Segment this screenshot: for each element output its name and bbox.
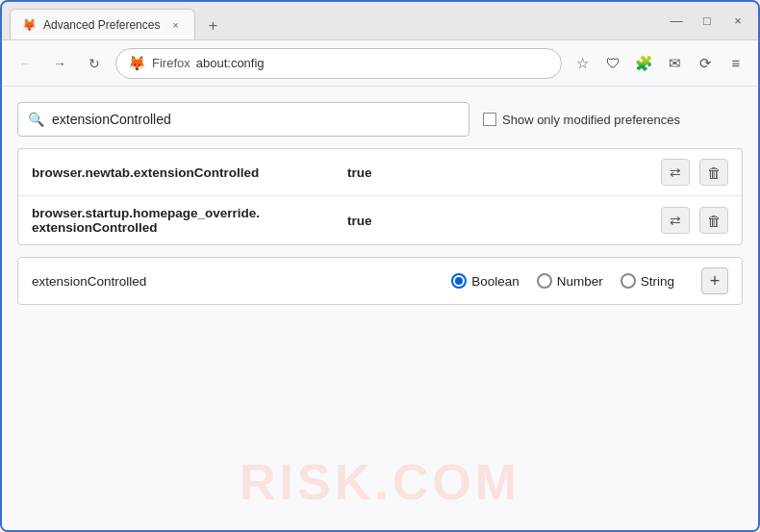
minimize-button[interactable]: — [664,9,689,34]
show-modified-label: Show only modified preferences [502,113,680,127]
new-tab-button[interactable]: + [199,13,226,39]
pref-value-1: true [347,165,372,180]
browser-window: 🦊 Advanced Preferences × + — □ × ← → ↻ 🦊… [0,0,760,532]
number-radio[interactable]: Number [537,273,603,289]
new-pref-name: extensionControlled [32,274,205,289]
maximize-button[interactable]: □ [695,9,720,34]
row-2-actions: ⇄ 🗑 [661,207,728,234]
tab-title: Advanced Preferences [43,18,160,32]
menu-button[interactable]: ≡ [723,51,748,76]
search-icon: 🔍 [28,112,44,127]
content-area: RISK.COM 🔍 extensionControlled Show only… [2,87,758,530]
search-input[interactable]: extensionControlled [52,112,459,127]
search-box[interactable]: 🔍 extensionControlled [17,102,469,137]
results-table: browser.newtab.extensionControlled true … [17,148,743,245]
add-preference-button[interactable]: + [701,267,728,294]
address-bar[interactable]: 🦊 Firefox about:config [115,48,562,79]
string-radio[interactable]: String [621,273,674,289]
boolean-radio-circle[interactable] [451,273,467,289]
table-row: browser.startup.homepage_override. exten… [18,196,742,244]
pref-name-2: browser.startup.homepage_override. exten… [32,206,340,235]
show-modified-checkbox-area[interactable]: Show only modified preferences [483,113,680,127]
string-radio-circle[interactable] [621,273,636,289]
browser-name-label: Firefox [152,56,190,70]
reload-button[interactable]: ↻ [81,50,108,77]
shield-icon[interactable]: 🛡 [600,51,625,76]
show-modified-checkbox[interactable] [483,113,496,126]
tab-favicon: 🦊 [22,18,36,32]
active-tab[interactable]: 🦊 Advanced Preferences × [10,9,195,39]
boolean-label: Boolean [471,274,519,289]
close-button[interactable]: × [725,9,750,34]
url-display: about:config [196,56,549,70]
extension-icon[interactable]: 🧩 [631,51,656,76]
forward-button[interactable]: → [46,50,73,77]
row-1-actions: ⇄ 🗑 [661,159,728,186]
add-preference-row: extensionControlled Boolean Number Strin… [17,257,743,305]
back-button[interactable]: ← [12,50,38,77]
reset-button-2[interactable]: ⇄ [661,207,690,234]
pref-value-2: true [347,214,372,228]
navigation-bar: ← → ↻ 🦊 Firefox about:config ☆ 🛡 🧩 ✉ ⟳ ≡ [2,40,758,87]
window-controls: — □ × [664,9,750,34]
tab-area: 🦊 Advanced Preferences × + [10,2,664,39]
pref-name-1: browser.newtab.extensionControlled [32,165,340,180]
bookmark-icon[interactable]: ☆ [570,51,595,76]
delete-button-2[interactable]: 🗑 [699,207,728,234]
number-label: Number [557,274,603,289]
nav-icons-right: ☆ 🛡 🧩 ✉ ⟳ ≡ [570,51,748,76]
tab-close-button[interactable]: × [167,17,183,33]
reset-button-1[interactable]: ⇄ [661,159,690,186]
firefox-logo: 🦊 [128,55,146,72]
table-row: browser.newtab.extensionControlled true … [18,149,742,196]
sync-icon[interactable]: ⟳ [693,51,718,76]
type-radio-group: Boolean Number String [451,273,674,289]
title-bar: 🦊 Advanced Preferences × + — □ × [2,2,758,40]
delete-button-1[interactable]: 🗑 [699,159,728,186]
mail-icon[interactable]: ✉ [662,51,687,76]
number-radio-circle[interactable] [537,273,552,289]
search-row: 🔍 extensionControlled Show only modified… [17,102,743,137]
watermark: RISK.COM [240,453,520,511]
boolean-radio[interactable]: Boolean [451,273,519,289]
string-label: String [641,274,674,289]
